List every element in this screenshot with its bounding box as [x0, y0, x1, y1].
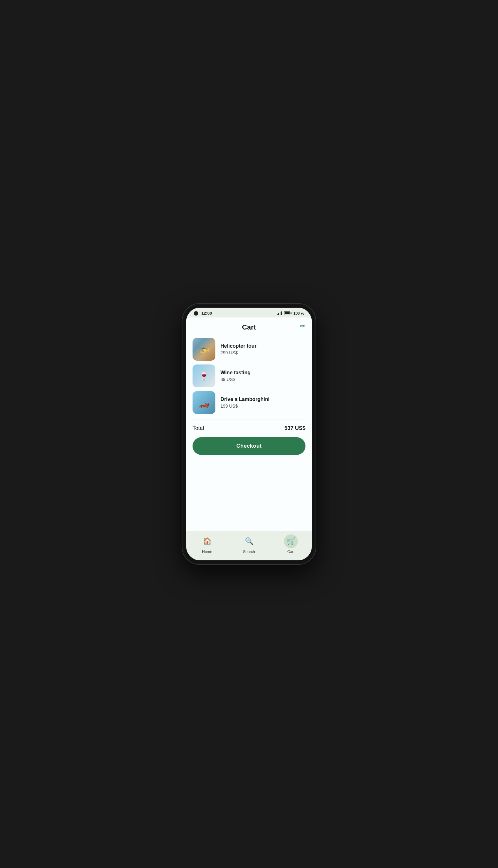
checkout-button[interactable]: Checkout — [193, 437, 305, 455]
nav-icon-home-wrap: 🏠 — [200, 534, 214, 548]
lamborghini-image — [193, 391, 215, 414]
battery-icon — [284, 311, 291, 315]
page-header: Cart ✏ — [186, 318, 312, 335]
item-name-helicopter: Helicopter tour — [221, 343, 305, 349]
wine-image — [193, 365, 215, 387]
phone-screen: 12:00 100 % — [186, 308, 312, 560]
nav-label-search: Search — [243, 550, 255, 554]
cart-items-list: Helicopter tour 299 US$ Wine tasting 39 … — [186, 335, 312, 417]
main-content: Cart ✏ Helicopter tour 299 US$ — [186, 318, 312, 531]
nav-item-search[interactable]: 🔍 Search — [228, 534, 270, 554]
nav-label-home: Home — [202, 550, 212, 554]
item-image-wine — [193, 365, 215, 387]
item-name-wine: Wine tasting — [221, 370, 305, 375]
camera-dot — [194, 311, 198, 316]
item-info-wine: Wine tasting 39 US$ — [221, 370, 305, 382]
cart-item-wine: Wine tasting 39 US$ — [193, 365, 305, 387]
item-info-lamborghini: Drive a Lamborghini 199 US$ — [221, 397, 305, 409]
search-icon: 🔍 — [245, 537, 253, 546]
home-icon: 🏠 — [203, 537, 212, 546]
bottom-nav: 🏠 Home 🔍 Search 🛒 Cart — [186, 531, 312, 560]
item-name-lamborghini: Drive a Lamborghini — [221, 397, 305, 402]
status-time: 12:00 — [201, 311, 212, 316]
cart-icon: 🛒 — [287, 537, 295, 546]
item-info-helicopter: Helicopter tour 299 US$ — [221, 343, 305, 355]
phone-frame: 12:00 100 % — [182, 304, 316, 564]
cart-item-helicopter: Helicopter tour 299 US$ — [193, 338, 305, 361]
edit-icon[interactable]: ✏ — [300, 322, 305, 330]
total-divider — [193, 419, 305, 419]
nav-icon-cart-wrap: 🛒 — [284, 534, 298, 548]
signal-icon — [277, 311, 282, 315]
item-image-helicopter — [193, 338, 215, 361]
status-bar-right: 100 % — [277, 311, 304, 316]
status-bar: 12:00 100 % — [186, 308, 312, 318]
content-spacer — [186, 461, 312, 531]
total-label: Total — [193, 425, 204, 432]
item-price-helicopter: 299 US$ — [221, 350, 305, 355]
total-amount: 537 US$ — [285, 425, 305, 432]
nav-label-cart: Cart — [287, 550, 295, 554]
item-price-wine: 39 US$ — [221, 377, 305, 382]
total-row: Total 537 US$ — [186, 421, 312, 435]
helicopter-image — [193, 338, 215, 361]
battery-percent: 100 % — [293, 311, 304, 316]
status-bar-left: 12:00 — [194, 311, 212, 316]
item-image-lamborghini — [193, 391, 215, 414]
nav-icon-search-wrap: 🔍 — [242, 534, 256, 548]
page-title: Cart — [242, 323, 256, 331]
cart-item-lamborghini: Drive a Lamborghini 199 US$ — [193, 391, 305, 414]
nav-item-home[interactable]: 🏠 Home — [186, 534, 228, 554]
nav-item-cart[interactable]: 🛒 Cart — [270, 534, 312, 554]
item-price-lamborghini: 199 US$ — [221, 404, 305, 409]
